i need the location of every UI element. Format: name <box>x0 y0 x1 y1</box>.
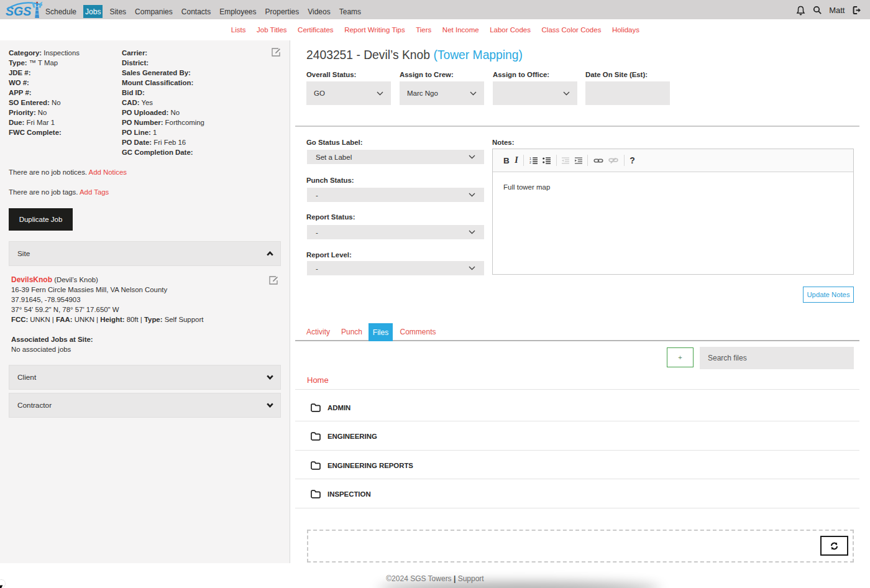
svg-text:1: 1 <box>529 157 531 160</box>
svg-text:2: 2 <box>529 160 531 164</box>
svg-text:SGS: SGS <box>6 4 31 18</box>
